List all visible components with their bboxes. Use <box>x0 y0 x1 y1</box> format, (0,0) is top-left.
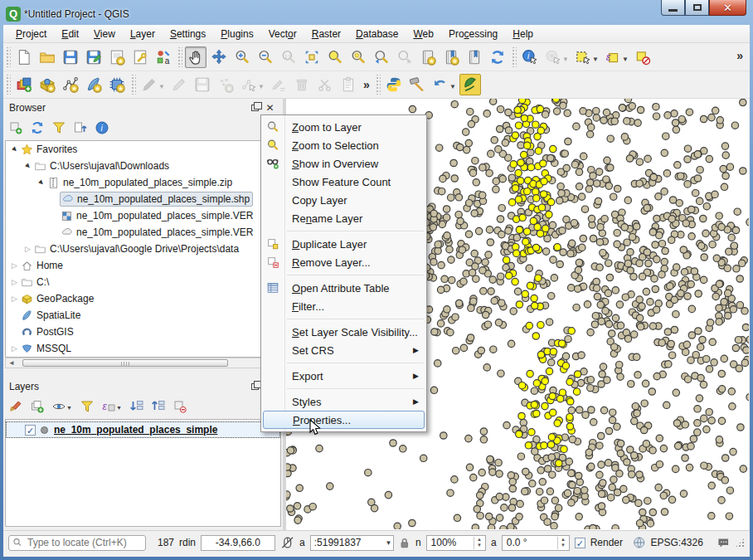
current-edits-button[interactable]: ▼ <box>138 74 160 95</box>
context-item-styles[interactable]: Styles▶ <box>262 392 425 411</box>
pan-to-selection-button[interactable] <box>208 46 230 68</box>
context-item-properties[interactable]: Properties... <box>263 411 425 429</box>
context-item-zoom-to-selection[interactable]: Zoom to Selection <box>262 136 425 154</box>
filter-by-expression-button[interactable]: ε▼ <box>100 398 117 415</box>
new-print-layout-button[interactable] <box>106 46 128 68</box>
zoom-in-button[interactable] <box>231 46 253 68</box>
browser-close-button[interactable]: ✕ <box>264 101 276 114</box>
context-item-copy-layer[interactable]: Copy Layer <box>262 191 425 209</box>
new-shapefile-layer-button[interactable] <box>60 74 81 95</box>
minimize-button[interactable] <box>661 0 685 16</box>
browser-item-geopackage[interactable]: ▷GeoPackage <box>6 290 280 307</box>
toolbar-drag-handle[interactable] <box>177 47 182 67</box>
chevron-down-icon[interactable]: ▼ <box>592 56 599 63</box>
new-project-button[interactable] <box>13 46 35 68</box>
close-button[interactable]: ✕ <box>709 0 746 16</box>
layout-manager-button[interactable] <box>129 46 151 68</box>
show-bookmarks-button[interactable] <box>440 46 462 68</box>
zoom-to-selection-tool-button[interactable] <box>324 46 346 68</box>
zoom-out-button[interactable] <box>255 46 276 68</box>
context-item-show-feature-count[interactable]: Show Feature Count <box>262 173 425 191</box>
new-temporary-scratch-layer-button[interactable] <box>106 74 128 95</box>
manage-visibility-button[interactable]: ▼ <box>51 398 67 415</box>
bookmark-manager-button[interactable] <box>464 46 485 68</box>
chevron-down-icon[interactable]: ▼ <box>449 83 456 90</box>
menu-raster[interactable]: Raster <box>304 26 348 42</box>
extent-toggle-icon[interactable] <box>280 535 294 550</box>
add-group-button[interactable] <box>29 398 46 415</box>
zoom-full-button[interactable] <box>301 46 323 68</box>
vertex-tool-button[interactable]: ▼ <box>238 74 260 95</box>
open-project-button[interactable] <box>36 46 58 68</box>
paste-features-button[interactable] <box>338 74 359 95</box>
browser-item-ne-10m-populated-places-simple-zip[interactable]: ▼ne_10m_populated_places_simple.zip <box>6 174 280 191</box>
browser-item-spatialite[interactable]: SpatiaLite <box>6 307 280 324</box>
menu-view[interactable]: View <box>86 26 123 42</box>
layer-visibility-checkbox[interactable]: ✓ <box>25 425 36 436</box>
menu-help[interactable]: Help <box>505 26 541 42</box>
browser-item-mssql[interactable]: ▷MSSQL <box>6 340 280 357</box>
select-by-expression-button[interactable]: ε▼ <box>602 46 624 68</box>
add-point-feature-button[interactable] <box>215 74 236 95</box>
expander-icon[interactable]: ▷ <box>9 344 20 353</box>
new-bookmark-button[interactable] <box>417 46 439 68</box>
toolbar-overflow-button[interactable]: » <box>733 49 746 62</box>
cut-features-button[interactable] <box>314 74 336 95</box>
locate-input[interactable] <box>26 536 142 549</box>
python-console-button[interactable] <box>383 74 405 95</box>
style-manager-button[interactable]: a <box>153 46 174 68</box>
context-item-duplicate-layer[interactable]: Duplicate Layer <box>262 235 425 253</box>
deselect-all-button[interactable] <box>632 46 653 68</box>
remove-layer-group-button[interactable] <box>172 398 188 415</box>
expand-all-button[interactable] <box>129 398 145 415</box>
toolbar-drag-handle[interactable] <box>5 47 11 67</box>
select-features-button[interactable]: ▼ <box>572 46 594 68</box>
context-item-filter[interactable]: Filter... <box>262 297 425 315</box>
toggle-editing-button[interactable] <box>168 74 190 95</box>
new-geopackage-layer-button[interactable] <box>36 74 58 95</box>
context-item-export[interactable]: Export▶ <box>262 367 425 385</box>
context-item-set-layer-scale-visibility[interactable]: Set Layer Scale Visibility... <box>262 323 425 341</box>
browser-float-button[interactable] <box>249 101 261 114</box>
context-item-show-in-overview[interactable]: Show in Overview <box>262 154 425 173</box>
chevron-down-icon[interactable]: ▼ <box>622 56 629 63</box>
expander-icon[interactable]: ▷ <box>9 295 20 303</box>
context-item-rename-layer[interactable]: Rename Layer <box>262 209 425 227</box>
plugin-active-button[interactable] <box>459 74 481 95</box>
menu-project[interactable]: Project <box>8 26 54 42</box>
layers-float-button[interactable] <box>249 380 261 392</box>
save-project-button[interactable] <box>60 46 81 68</box>
filter-legend-button[interactable] <box>79 398 95 415</box>
messages-icon[interactable] <box>717 537 731 549</box>
refresh-browser-button[interactable] <box>29 119 46 136</box>
expander-icon[interactable]: ▷ <box>22 245 33 253</box>
chevron-down-icon[interactable]: ▼ <box>258 83 265 90</box>
globe-crs-icon[interactable] <box>633 536 646 549</box>
menu-layer[interactable]: Layer <box>123 26 163 42</box>
identify-features-button[interactable]: i <box>519 46 541 68</box>
rotation-spinbox[interactable]: 0.0 °▲▼ <box>502 535 570 551</box>
toolbar-drag-handle[interactable] <box>5 75 11 95</box>
collapse-all-button[interactable] <box>150 398 167 415</box>
refresh-map-button[interactable] <box>487 46 508 68</box>
delete-selected-button[interactable] <box>291 74 313 95</box>
scale-combobox[interactable]: :51991837▼ <box>310 535 395 551</box>
browser-hscrollbar[interactable]: ◄ ► <box>5 358 281 368</box>
menu-processing[interactable]: Processing <box>441 26 505 42</box>
coordinate-box[interactable]: -34.9,66.0 <box>201 535 275 551</box>
resize-grip[interactable] <box>735 538 745 548</box>
chevron-down-icon[interactable]: ▼ <box>158 83 165 90</box>
chevron-down-icon[interactable]: ▼ <box>66 405 72 411</box>
zoom-to-layer-tool-button[interactable] <box>347 46 369 68</box>
toolbar-drag-handle[interactable] <box>375 75 381 95</box>
save-project-as-button[interactable] <box>83 46 104 68</box>
browser-item-ne-10m-populated-places-simple-ver[interactable]: ne_10m_populated_places_simple.VER <box>6 207 280 224</box>
maximize-button[interactable] <box>685 0 709 16</box>
zoom-native-button[interactable]: 1:1 <box>278 46 299 68</box>
browser-item-c[interactable]: ▷C:\ <box>6 274 280 290</box>
toolbar-drag-handle[interactable] <box>130 75 136 95</box>
filter-browser-button[interactable] <box>51 119 67 136</box>
lock-icon[interactable] <box>399 537 411 549</box>
expander-icon[interactable]: ▷ <box>9 261 20 270</box>
collapse-all-browser-button[interactable] <box>72 119 89 136</box>
